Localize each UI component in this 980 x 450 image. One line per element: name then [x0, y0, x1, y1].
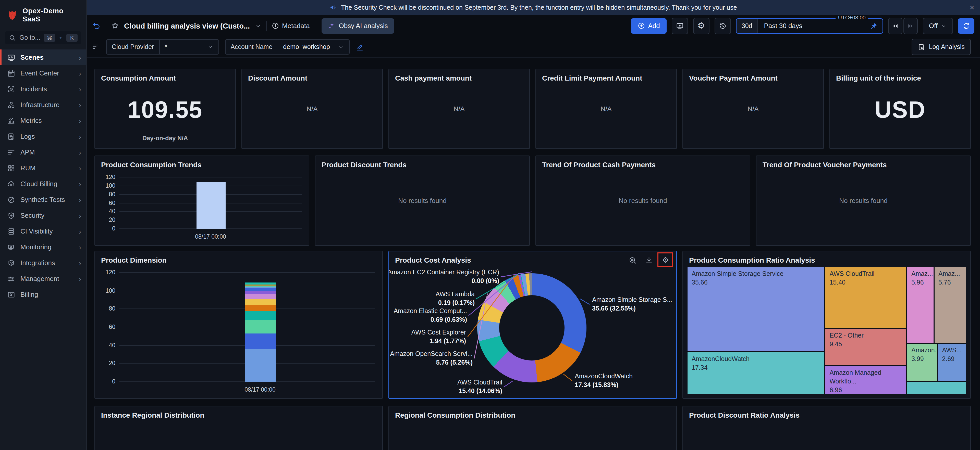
sidebar-item-label: Synthetic Tests [21, 196, 65, 203]
step-back-icon[interactable] [888, 17, 902, 34]
treemap-cell-amaz-[interactable]: Amaz...5.96 [907, 267, 934, 343]
sidebar-item-logs[interactable]: Logs› [0, 128, 86, 144]
sidebar-item-label: Infrastructure [21, 101, 59, 109]
insight-icon[interactable] [628, 256, 637, 265]
treemap-cell-value: 5.96 [912, 279, 929, 287]
banner-close-icon[interactable]: × [969, 0, 974, 15]
sidebar-item-security[interactable]: Security› [0, 208, 86, 223]
bar-08/17 00:00[interactable] [196, 182, 225, 229]
panel-title: Product Discount Trends [321, 161, 407, 169]
treemap-cell-value: 3.99 [912, 355, 933, 364]
product-cost-analysis-gear-icon[interactable]: ⚙ [661, 255, 670, 265]
time-range-chip[interactable]: 30d [737, 19, 758, 33]
stat-card: Credit Limit Payment AmountN/A [535, 69, 677, 149]
add-button[interactable]: Add [631, 18, 667, 33]
sidebar-item-infrastructure[interactable]: Infrastructure› [0, 97, 86, 113]
search-icon [9, 34, 16, 41]
refresh-icon [962, 22, 970, 30]
chevron-right-icon: › [79, 196, 81, 203]
stack-segment [245, 334, 275, 350]
sidebar-item-incidents[interactable]: Incidents› [0, 81, 86, 97]
sidebar-item-management[interactable]: Management› [0, 271, 86, 287]
infrastructure-icon [7, 101, 15, 109]
treemap-cell-aws-cloudtrail[interactable]: AWS CloudTrail15.40 [825, 267, 907, 328]
tv-mode-button[interactable] [672, 17, 688, 34]
treemap-cell-value: 35.66 [692, 279, 820, 287]
sidebar-item-billing[interactable]: Billing [0, 287, 86, 303]
sidebar-item-synthetic-tests[interactable]: Synthetic Tests› [0, 192, 86, 208]
chevron-right-icon: › [79, 259, 81, 266]
donut-callout-value: 5.76 (5.26%) [390, 358, 473, 367]
stack-segment [245, 288, 275, 291]
log-analysis-button[interactable]: Log Analysis [912, 39, 971, 55]
sidebar-item-metrics[interactable]: Metrics› [0, 113, 86, 128]
toolbar-right: Add ⚙ 30d Past 30 days UTC+08:00 [631, 17, 975, 34]
treemap-cell-amazon-managed-workflo-[interactable]: Amazon Managed Workflo...6.96 [825, 366, 907, 394]
sidebar-item-apm[interactable]: APM› [0, 144, 86, 160]
treemap-cell-aws-[interactable]: AWS...2.69 [937, 343, 966, 382]
sidebar-item-scenes[interactable]: Scenes› [0, 49, 86, 65]
sidebar-item-event-center[interactable]: Event Center› [0, 65, 86, 81]
stacked-bar-08/17-00:00[interactable] [245, 282, 275, 382]
settings-button[interactable]: ⚙ [693, 17, 710, 34]
stat-card-value: 109.55 [95, 96, 235, 124]
panel-title: Product Consumption Ratio Analysis [689, 256, 815, 264]
sidebar-item-cloud-billing[interactable]: Cloud Billing› [0, 176, 86, 192]
undo-icon[interactable] [92, 21, 101, 30]
y-axis-tick: 80 [109, 191, 115, 197]
edit-filters-pencil-icon[interactable] [356, 43, 364, 51]
sidebar-item-integrations[interactable]: Integrations› [0, 255, 86, 271]
donut-callout: AWS Lambda0.19 (0.17%) [436, 290, 475, 307]
filter-cloud-provider[interactable]: Cloud Provider * [106, 39, 219, 55]
management-icon [7, 274, 15, 283]
chevron-right-icon: › [79, 117, 81, 124]
title-chevron-down-icon[interactable] [255, 22, 262, 29]
dashboard-toolbar: Cloud billing analysis view (Custo... Me… [86, 15, 980, 37]
panel-consumption-ratio: Product Consumption Ratio Analysis Amazo… [682, 251, 971, 399]
panel-regional-consumption-distribution: Regional Consumption Distribution [388, 406, 677, 450]
download-icon[interactable] [645, 256, 653, 265]
sidebar-item-monitoring[interactable]: Monitoring› [0, 239, 86, 255]
goto-search[interactable]: Go to... ⌘ + K [5, 31, 81, 44]
stat-card-value: USD [830, 96, 970, 124]
treemap-cell-value: 2.69 [942, 355, 962, 364]
step-forward-icon[interactable] [904, 17, 918, 34]
view-title[interactable]: Cloud billing analysis view (Custo... [124, 22, 250, 30]
donut-callout-value: 0.00 (0%) [388, 277, 499, 285]
metadata-button[interactable]: Metadata [271, 22, 310, 30]
donut-callout-value: 0.69 (0.63%) [393, 315, 467, 324]
donut-callout: Amazon EC2 Container Registry (ECR)0.00 … [388, 268, 499, 285]
treemap-cell-label: Amazon... [912, 346, 933, 355]
sidebar-item-ci-visibility[interactable]: CI Visibility› [0, 223, 86, 239]
chevron-right-icon: › [79, 228, 81, 235]
time-range-picker[interactable]: 30d Past 30 days UTC+08:00 [736, 18, 883, 33]
history-button[interactable] [714, 17, 731, 34]
rum-icon [7, 164, 15, 172]
filter-account-name[interactable]: Account Name demo_workshop [225, 39, 350, 55]
chevron-right-icon: › [79, 180, 81, 187]
stat-card: Billing unit of the invoiceUSD [829, 69, 971, 149]
filter-icon[interactable] [92, 43, 100, 51]
treemap-cell-ec2-other[interactable]: EC2 - Other9.45 [825, 328, 907, 366]
treemap-cell-amazon-simple-storage-service[interactable]: Amazon Simple Storage Service35.66 [687, 267, 825, 352]
log-search-icon [918, 43, 925, 51]
panel-title: Regional Consumption Distribution [395, 411, 515, 419]
divider [106, 21, 106, 31]
refresh-button[interactable] [958, 18, 974, 33]
pin-icon[interactable] [870, 22, 883, 30]
billing-icon [7, 290, 15, 299]
brand-name: Opex-Demo SaaS [22, 6, 80, 23]
sidebar-item-rum[interactable]: RUM› [0, 160, 86, 176]
announcement-banner: The Security Check will be discontinued … [86, 0, 980, 15]
treemap-cell-amazon-[interactable]: Amazon...3.99 [907, 343, 937, 382]
treemap-cell[interactable] [907, 382, 966, 394]
treemap-cell-amazoncloudwatch[interactable]: AmazonCloudWatch17.34 [687, 352, 825, 394]
panel-title: Trend Of Product Cash Payments [542, 161, 655, 169]
y-axis-tick: 120 [106, 269, 115, 275]
obsy-ai-analysis-button[interactable]: Obsy AI analysis [321, 18, 394, 33]
favorite-star-icon[interactable] [111, 21, 119, 30]
panel-title: Product Cost Analysis [395, 256, 471, 264]
app-window: Opex-Demo SaaS Go to... ⌘ + K Scenes›Eve… [0, 0, 980, 450]
auto-refresh-dropdown[interactable]: Off [923, 17, 953, 34]
treemap-cell-amaz-[interactable]: Amaz...5.76 [934, 267, 966, 343]
